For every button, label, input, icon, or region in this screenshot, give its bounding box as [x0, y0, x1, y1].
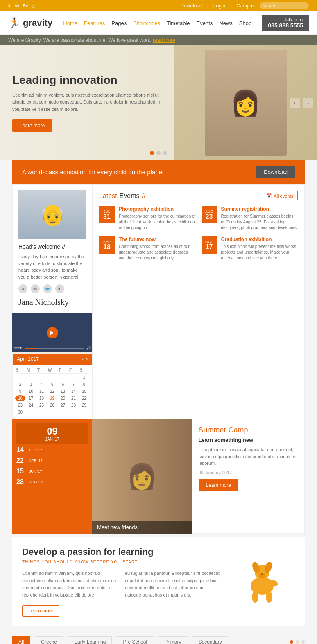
- contact-cta: Talk to us 085 888 5555: [262, 15, 309, 31]
- nav-home[interactable]: Home: [63, 20, 77, 26]
- event-title-3[interactable]: The future: now.: [119, 236, 196, 242]
- event-date-3: SEP 18: [99, 236, 115, 254]
- sidebar-calendar: April 2017 ‹ › S M T W T F S 1: [12, 354, 92, 419]
- logo[interactable]: 🏃 gravity: [8, 17, 52, 29]
- event-title-1[interactable]: Photography exhibition: [119, 206, 196, 212]
- calendar-prev[interactable]: ‹: [82, 356, 84, 362]
- calendar-next[interactable]: ›: [86, 356, 88, 362]
- hero-next-button[interactable]: ›: [303, 98, 313, 108]
- sidebar-google-icon[interactable]: ❋: [18, 284, 27, 293]
- events-grid: JUL 31 Photography exhibition Photograph…: [99, 206, 298, 261]
- phone-number: 085 888 5555: [268, 22, 303, 29]
- filter-all-button[interactable]: All: [12, 636, 30, 644]
- filter-dot-2[interactable]: [296, 640, 299, 644]
- learn-content: Develop a passion for learning Things yo…: [22, 547, 221, 617]
- event-day-2: 23: [206, 214, 213, 220]
- download-link[interactable]: Download: [180, 3, 202, 9]
- logo-icon: 🏃: [8, 17, 20, 29]
- calendar-day-headers: S M T W T F S: [15, 367, 89, 374]
- events-title: Latest Events //: [99, 192, 145, 200]
- cta-download-button[interactable]: Download: [256, 166, 295, 178]
- svg-point-5: [266, 591, 272, 603]
- nav-timetable[interactable]: Timetable: [167, 20, 190, 26]
- sidebar-welcome-title: Head's welcome //: [18, 243, 86, 250]
- vk-icon[interactable]: vk: [15, 3, 20, 8]
- filter-creche-button[interactable]: Crèche: [35, 636, 63, 644]
- top-bar: in vk Be ◎ Download | Login | Campus: [0, 0, 317, 11]
- video-time: 00:33: [14, 346, 23, 350]
- linkedin-icon[interactable]: in: [8, 3, 12, 8]
- video-progress[interactable]: [25, 348, 84, 349]
- event-day-3: 18: [103, 244, 111, 250]
- camp-info: Summer Camp Learn something new Excepteu…: [192, 419, 305, 534]
- timeline-featured: 09 JAN '17: [16, 423, 88, 444]
- behance-icon[interactable]: Be: [23, 3, 28, 8]
- whatsapp-icon[interactable]: ◎: [32, 3, 36, 9]
- sidebar: 👴 Head's welcome // Every day I am impre…: [12, 184, 92, 419]
- timeline-main: 09 JAN '17 14 FEB '17 22 APR '17 15 JUN …: [12, 419, 92, 534]
- filter-early-learning-button[interactable]: Early Learning: [68, 636, 112, 644]
- hero-navigation: ‹ ›: [290, 98, 313, 108]
- hero-title-bold: innovation: [59, 74, 118, 86]
- main-content: 👴 Head's welcome // Every day I am impre…: [12, 184, 305, 419]
- calendar-week-1: 1: [15, 374, 89, 381]
- camp-label-text: Meet new friends: [97, 524, 138, 530]
- all-events-button[interactable]: 📅 All events: [262, 191, 298, 200]
- sidebar-twitter-icon[interactable]: 🐦: [43, 284, 52, 293]
- read-more-link[interactable]: read more: [153, 37, 175, 43]
- event-info-2: Summer registration Registration for Sum…: [221, 206, 298, 231]
- hero-learn-more-button[interactable]: Learn more: [12, 119, 52, 132]
- learn-title: Develop a passion for learning: [22, 547, 221, 557]
- filter-dot-3[interactable]: [301, 640, 305, 644]
- timeline-featured-day: 09: [19, 426, 86, 437]
- hero-dot-2[interactable]: [156, 151, 161, 155]
- calendar-week-3: 9101112131415: [15, 388, 89, 394]
- filter-dot-1[interactable]: [290, 640, 293, 644]
- hero-content: Leading innovation Ut enim ad minim veni…: [0, 61, 174, 144]
- filter-preschool-button[interactable]: Pre School: [117, 636, 153, 644]
- main-nav: Home Features Pages Shortcodes Timetable…: [63, 20, 251, 26]
- event-info-3: The future: now. Combining works from ac…: [119, 236, 196, 261]
- calendar-title: April 2017: [17, 356, 39, 362]
- event-title-2[interactable]: Summer registration: [221, 206, 298, 212]
- filter-primary-button[interactable]: Primary: [158, 636, 187, 644]
- camp-date: 09 January 2017: [199, 470, 298, 475]
- campus-dropdown[interactable]: Campus: [236, 3, 255, 9]
- camp-title: Summer Camp: [199, 426, 298, 435]
- nav-pages[interactable]: Pages: [111, 20, 127, 26]
- events-header: Latest Events // 📅 All events: [99, 191, 298, 200]
- hero-dots: [150, 151, 167, 155]
- sidebar-welcome: 👴 Head's welcome // Every day I am impre…: [12, 184, 92, 313]
- calendar-today[interactable]: 16: [15, 395, 25, 401]
- hero-section: Leading innovation Ut enim ad minim veni…: [0, 45, 317, 160]
- sidebar-vk-icon[interactable]: vk: [31, 284, 40, 293]
- timeline-item-4: 28 AUG '17: [16, 478, 88, 486]
- learn-more-button[interactable]: Learn more: [22, 605, 59, 617]
- event-item-2: AUG 23 Summer registration Registration …: [202, 206, 298, 231]
- nav-news[interactable]: News: [219, 20, 233, 26]
- sidebar-title-divider: //: [62, 243, 65, 250]
- nav-shortcodes[interactable]: Shortcodes: [133, 20, 160, 26]
- events-title-highlight: Latest: [99, 192, 117, 200]
- search-input[interactable]: [260, 2, 309, 9]
- hero-prev-button[interactable]: ‹: [290, 98, 300, 108]
- camp-learn-more-button[interactable]: Learn more: [199, 479, 238, 491]
- event-item-3: SEP 18 The future: now. Combining works …: [99, 236, 196, 261]
- cta-title: Talk to us: [268, 17, 303, 22]
- video-play-button[interactable]: ▶: [47, 327, 58, 338]
- nav-features[interactable]: Features: [84, 20, 105, 26]
- timeline-day-2: 22: [16, 457, 27, 464]
- filter-secondary-button[interactable]: Secondary: [192, 636, 228, 644]
- hero-description: Ut enim ad minim veniam, quis nostrud ex…: [12, 92, 162, 113]
- hero-title-plain: Leading: [12, 74, 56, 86]
- nav-events[interactable]: Events: [197, 20, 213, 26]
- event-title-4[interactable]: Graduation exhibition: [221, 236, 298, 242]
- hero-dot-1[interactable]: [150, 151, 154, 155]
- notice-text: We are Gravity. We are passionate about …: [8, 37, 152, 43]
- video-progress-fill: [25, 348, 37, 349]
- volume-icon[interactable]: 🔊: [86, 346, 91, 350]
- sidebar-linkedin-icon[interactable]: in: [55, 284, 64, 293]
- login-link[interactable]: Login: [213, 3, 225, 9]
- nav-shop[interactable]: Shop: [239, 20, 251, 26]
- hero-dot-3[interactable]: [163, 151, 167, 155]
